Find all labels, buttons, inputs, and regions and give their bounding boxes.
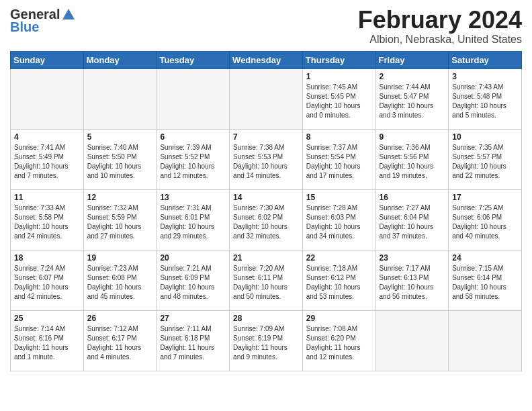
day-cell: 7Sunrise: 7:38 AM Sunset: 5:53 PM Daylig… [230, 129, 303, 189]
weekday-header-thursday: Thursday [302, 51, 375, 68]
day-cell: 8Sunrise: 7:37 AM Sunset: 5:54 PM Daylig… [302, 129, 375, 189]
day-cell: 13Sunrise: 7:31 AM Sunset: 6:01 PM Dayli… [157, 189, 230, 250]
day-info: Sunrise: 7:38 AM Sunset: 5:53 PM Dayligh… [233, 143, 299, 181]
weekday-header-monday: Monday [83, 51, 157, 68]
day-cell: 6Sunrise: 7:39 AM Sunset: 5:52 PM Daylig… [157, 129, 230, 189]
week-row-2: 4Sunrise: 7:41 AM Sunset: 5:49 PM Daylig… [11, 129, 522, 189]
day-number: 8 [306, 132, 372, 142]
day-cell: 25Sunrise: 7:14 AM Sunset: 6:16 PM Dayli… [11, 310, 84, 371]
day-info: Sunrise: 7:31 AM Sunset: 6:01 PM Dayligh… [160, 203, 226, 241]
day-number: 6 [160, 132, 226, 142]
day-number: 13 [160, 193, 226, 202]
day-cell: 2Sunrise: 7:44 AM Sunset: 5:47 PM Daylig… [375, 68, 449, 129]
day-number: 1 [306, 72, 372, 81]
day-cell: 26Sunrise: 7:12 AM Sunset: 6:17 PM Dayli… [83, 310, 157, 371]
day-number: 7 [233, 132, 299, 142]
day-cell: 24Sunrise: 7:15 AM Sunset: 6:14 PM Dayli… [449, 250, 522, 310]
day-info: Sunrise: 7:41 AM Sunset: 5:49 PM Dayligh… [14, 143, 80, 181]
day-number: 20 [160, 253, 226, 263]
day-info: Sunrise: 7:39 AM Sunset: 5:52 PM Dayligh… [160, 143, 226, 181]
day-number: 12 [87, 193, 153, 202]
day-cell: 14Sunrise: 7:30 AM Sunset: 6:02 PM Dayli… [230, 189, 303, 250]
day-info: Sunrise: 7:45 AM Sunset: 5:45 PM Dayligh… [306, 83, 372, 120]
day-number: 16 [380, 193, 445, 202]
day-number: 5 [87, 132, 153, 142]
day-cell: 18Sunrise: 7:24 AM Sunset: 6:07 PM Dayli… [11, 250, 84, 310]
day-info: Sunrise: 7:21 AM Sunset: 6:09 PM Dayligh… [160, 264, 226, 302]
day-info: Sunrise: 7:18 AM Sunset: 6:12 PM Dayligh… [306, 264, 372, 302]
day-number: 9 [380, 132, 445, 142]
day-number: 29 [306, 314, 372, 323]
day-number: 15 [306, 193, 372, 202]
calendar-table: SundayMondayTuesdayWednesdayThursdayFrid… [10, 51, 522, 371]
week-row-3: 11Sunrise: 7:33 AM Sunset: 5:58 PM Dayli… [11, 189, 522, 250]
day-info: Sunrise: 7:44 AM Sunset: 5:47 PM Dayligh… [380, 83, 445, 120]
day-info: Sunrise: 7:40 AM Sunset: 5:50 PM Dayligh… [87, 143, 153, 181]
day-info: Sunrise: 7:37 AM Sunset: 5:54 PM Dayligh… [306, 143, 372, 181]
day-info: Sunrise: 7:14 AM Sunset: 6:16 PM Dayligh… [14, 324, 80, 362]
week-row-1: 1Sunrise: 7:45 AM Sunset: 5:45 PM Daylig… [11, 68, 522, 129]
logo-blue: Blue [10, 19, 39, 35]
location-title: Albion, Nebraska, United States [358, 34, 522, 46]
day-info: Sunrise: 7:24 AM Sunset: 6:07 PM Dayligh… [14, 264, 80, 302]
day-info: Sunrise: 7:25 AM Sunset: 6:06 PM Dayligh… [452, 203, 518, 241]
day-cell: 17Sunrise: 7:25 AM Sunset: 6:06 PM Dayli… [449, 189, 522, 250]
day-info: Sunrise: 7:17 AM Sunset: 6:13 PM Dayligh… [380, 264, 445, 302]
weekday-header-friday: Friday [375, 51, 449, 68]
weekday-header-saturday: Saturday [449, 51, 522, 68]
day-cell: 9Sunrise: 7:36 AM Sunset: 5:56 PM Daylig… [375, 129, 449, 189]
day-info: Sunrise: 7:09 AM Sunset: 6:19 PM Dayligh… [233, 324, 299, 362]
day-number: 11 [14, 193, 80, 202]
day-cell [375, 310, 449, 371]
day-cell: 11Sunrise: 7:33 AM Sunset: 5:58 PM Dayli… [11, 189, 84, 250]
day-info: Sunrise: 7:08 AM Sunset: 6:20 PM Dayligh… [306, 324, 372, 362]
weekday-header-wednesday: Wednesday [230, 51, 303, 68]
day-cell: 28Sunrise: 7:09 AM Sunset: 6:19 PM Dayli… [230, 310, 303, 371]
day-number: 22 [306, 253, 372, 263]
day-number: 27 [160, 314, 226, 323]
day-cell [449, 310, 522, 371]
month-title: February 2024 [358, 7, 522, 34]
day-number: 26 [87, 314, 153, 323]
day-number: 10 [452, 132, 518, 142]
day-cell: 19Sunrise: 7:23 AM Sunset: 6:08 PM Dayli… [83, 250, 157, 310]
day-info: Sunrise: 7:27 AM Sunset: 6:04 PM Dayligh… [380, 203, 445, 241]
logo-icon [61, 7, 76, 22]
day-cell [157, 68, 230, 129]
day-number: 3 [452, 72, 518, 81]
svg-marker-0 [62, 9, 75, 19]
day-number: 19 [87, 253, 153, 263]
day-info: Sunrise: 7:30 AM Sunset: 6:02 PM Dayligh… [233, 203, 299, 241]
day-cell: 10Sunrise: 7:35 AM Sunset: 5:57 PM Dayli… [449, 129, 522, 189]
day-info: Sunrise: 7:36 AM Sunset: 5:56 PM Dayligh… [380, 143, 445, 181]
week-row-5: 25Sunrise: 7:14 AM Sunset: 6:16 PM Dayli… [11, 310, 522, 371]
day-cell: 23Sunrise: 7:17 AM Sunset: 6:13 PM Dayli… [375, 250, 449, 310]
day-number: 17 [452, 193, 518, 202]
page-header: General Blue February 2024 Albion, Nebra… [10, 7, 522, 46]
weekday-header-sunday: Sunday [11, 51, 84, 68]
day-number: 23 [380, 253, 445, 263]
day-cell: 12Sunrise: 7:32 AM Sunset: 5:59 PM Dayli… [83, 189, 157, 250]
day-cell: 27Sunrise: 7:11 AM Sunset: 6:18 PM Dayli… [157, 310, 230, 371]
day-info: Sunrise: 7:12 AM Sunset: 6:17 PM Dayligh… [87, 324, 153, 362]
day-number: 2 [380, 72, 445, 81]
day-info: Sunrise: 7:20 AM Sunset: 6:11 PM Dayligh… [233, 264, 299, 302]
day-cell: 1Sunrise: 7:45 AM Sunset: 5:45 PM Daylig… [302, 68, 375, 129]
day-number: 4 [14, 132, 80, 142]
day-cell: 16Sunrise: 7:27 AM Sunset: 6:04 PM Dayli… [375, 189, 449, 250]
day-cell: 29Sunrise: 7:08 AM Sunset: 6:20 PM Dayli… [302, 310, 375, 371]
day-cell [11, 68, 84, 129]
day-number: 18 [14, 253, 80, 263]
day-info: Sunrise: 7:32 AM Sunset: 5:59 PM Dayligh… [87, 203, 153, 241]
day-cell: 5Sunrise: 7:40 AM Sunset: 5:50 PM Daylig… [83, 129, 157, 189]
day-info: Sunrise: 7:33 AM Sunset: 5:58 PM Dayligh… [14, 203, 80, 241]
day-info: Sunrise: 7:23 AM Sunset: 6:08 PM Dayligh… [87, 264, 153, 302]
day-number: 24 [452, 253, 518, 263]
day-info: Sunrise: 7:15 AM Sunset: 6:14 PM Dayligh… [452, 264, 518, 302]
day-number: 21 [233, 253, 299, 263]
day-cell: 22Sunrise: 7:18 AM Sunset: 6:12 PM Dayli… [302, 250, 375, 310]
day-cell: 21Sunrise: 7:20 AM Sunset: 6:11 PM Dayli… [230, 250, 303, 310]
day-cell: 3Sunrise: 7:43 AM Sunset: 5:48 PM Daylig… [449, 68, 522, 129]
day-info: Sunrise: 7:35 AM Sunset: 5:57 PM Dayligh… [452, 143, 518, 181]
day-number: 14 [233, 193, 299, 202]
